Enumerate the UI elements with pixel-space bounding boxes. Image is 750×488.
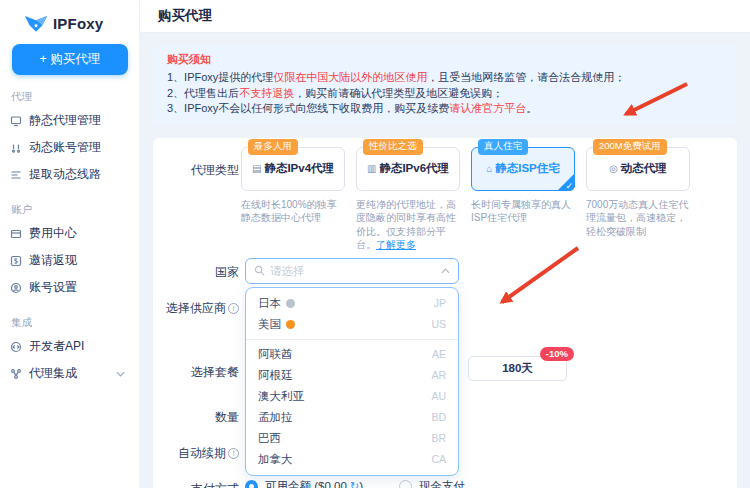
package-option-label: 180天 [502,361,533,376]
cash-radio-unselected[interactable] [399,480,412,488]
main-area: 购买代理 购买须知 1、IPFoxy提供的代理仅限在中国大陆以外的地区使用，且受… [140,0,750,488]
country-code: AE [432,348,446,360]
country-option-argentina[interactable]: 阿根廷 AR [246,365,458,386]
country-option-uae[interactable]: 阿联酋 AE [246,344,458,365]
invite-rebate-icon [10,255,22,267]
learn-more-link[interactable]: 了解更多 [376,239,416,250]
notice-text: 1、IPFoxy提供的代理 [167,71,273,83]
country-code: US [431,318,446,330]
hot-icon [286,320,295,329]
card-desc: 更纯净的代理地址，高度隐蔽的同时享有高性价比。仅支持部分平台。了解更多 [356,198,460,252]
page-title: 购买代理 [158,7,212,25]
integration-icon [10,368,22,380]
hot-icon [286,299,295,308]
logo-text: IPFoxy [53,15,103,32]
country-search-input[interactable] [270,265,436,277]
dynamic-icon: ◎ [609,163,618,174]
account-settings-icon [10,282,22,294]
developer-api-icon [10,341,22,353]
card-badge: 真人住宅 [478,139,528,155]
sidebar-item-invite-rebate[interactable]: 邀请返现 [0,247,139,274]
quantity-label: 数量 [153,409,239,426]
country-option-canada[interactable]: 加拿大 CA [246,449,458,470]
card-title: 静态IPv4代理 [264,161,334,176]
sidebar-item-extract-dynamic-lines[interactable]: 提取动态线路 [0,161,139,188]
supplier-label: 选择供应商! [153,300,239,317]
payment-row: 可用余额 ($0.00 ↻) 现金支付 [245,479,465,488]
balance-text: 可用余额 ($0.00 [265,480,347,488]
chevron-down-icon [116,371,125,377]
sidebar-item-account-settings[interactable]: 账号设置 [0,274,139,301]
card-title: 静态IPv6代理 [379,161,449,176]
country-option-bangladesh[interactable]: 孟加拉 BD [246,407,458,428]
refresh-icon[interactable]: ↻ [350,480,359,488]
notice-line: 1、IPFoxy提供的代理仅限在中国大陆以外的地区使用，且受当地网络监管，请合法… [167,70,723,86]
country-option-usa[interactable]: 美国 US [246,314,458,335]
sidebar-item-developer-api[interactable]: 开发者API [0,333,139,360]
country-name: 孟加拉 [258,410,293,425]
sidebar-item-billing-center[interactable]: 费用中心 [0,220,139,247]
card-dynamic-proxy[interactable]: 200M免费试用 ◎ 动态代理 [586,147,690,191]
country-code: BR [431,432,446,444]
balance-option-label: 可用余额 ($0.00 ↻) [265,479,363,488]
sidebar-item-label: 代理集成 [29,365,77,382]
home-icon: ⌂ [486,163,492,174]
supplier-label-text: 选择供应商 [166,301,226,315]
monitor-icon [10,115,22,127]
notice-line: 2、代理售出后不支持退换，购买前请确认代理类型及地区避免误购； [167,86,723,102]
logo: IPFoxy [0,0,139,33]
auto-renew-label: 自动续期! [153,445,239,462]
dropdown-divider [246,339,458,340]
country-option-japan[interactable]: 日本 JP [246,293,458,314]
country-name: 阿联酋 [258,347,293,362]
country-name: 阿根廷 [258,368,293,383]
sidebar-item-dynamic-account-management[interactable]: 动态账号管理 [0,134,139,161]
country-name: 日本 [258,296,281,311]
notice-text: ，且受当地网络监管，请合法合规使用； [427,71,625,83]
buy-proxy-button[interactable]: + 购买代理 [12,44,128,75]
sidebar-item-static-proxy-management[interactable]: 静态代理管理 [0,107,139,134]
notice-highlight: 请认准官方平台 [449,102,526,114]
notice-highlight: 不支持退换 [239,87,294,99]
card-badge: 200M免费试用 [593,139,667,155]
sidebar-item-label: 动态账号管理 [29,139,101,156]
nav-section-proxy: 代理 [11,90,139,104]
package-label: 选择套餐 [153,364,239,381]
content: 购买须知 1、IPFoxy提供的代理仅限在中国大陆以外的地区使用，且受当地网络监… [140,33,750,488]
chevron-up-icon [441,268,450,274]
notice-text: 3、IPFoxy不会以任何形式向您线下收取费用，购买及续费 [167,102,449,114]
package-180d-button[interactable]: 180天 -10% [468,356,567,381]
country-code: AR [431,369,446,381]
card-badge: 性价比之选 [363,139,423,155]
country-code: BD [431,411,446,423]
card-static-isp-selected[interactable]: 真人住宅 ⌂ 静态ISP住宅 ✓ [471,147,575,191]
card-desc: 在线时长100%的独享静态数据中心代理 [241,198,345,252]
country-dropdown: 日本 JP 美国 US 阿联酋 AE 阿根廷 AR [245,287,459,476]
card-desc: 长时间专属独享的真人ISP住宅代理 [471,198,575,252]
search-icon [254,265,265,276]
country-code: AU [431,390,446,402]
country-select[interactable] [245,258,459,284]
nav-section-account: 账户 [11,203,139,217]
purchase-form-card: 代理类型 最多人用 ▤ 静态IPv4代理 性价比之选 ▥ 静态IPv6代理 真人… [153,138,737,488]
notice-title: 购买须知 [167,52,723,67]
payment-label: 支付方式 [153,481,239,488]
notice-text: ，购买前请确认代理类型及地区避免误购； [294,87,503,99]
country-name: 澳大利亚 [258,389,304,404]
card-static-ipv4[interactable]: 最多人用 ▤ 静态IPv4代理 [241,147,345,191]
discount-badge: -10% [540,347,574,361]
ipv4-icon: ▤ [252,163,261,174]
sidebar-item-proxy-integration[interactable]: 代理集成 [0,360,139,387]
ipv6-icon: ▥ [367,163,376,174]
card-title: 动态代理 [621,161,667,176]
purchase-notice: 购买须知 1、IPFoxy提供的代理仅限在中国大陆以外的地区使用，且受当地网络监… [153,45,737,125]
sidebar-item-label: 静态代理管理 [29,112,101,129]
card-static-ipv6[interactable]: 性价比之选 ▥ 静态IPv6代理 [356,147,460,191]
country-option-australia[interactable]: 澳大利亚 AU [246,386,458,407]
sidebar-item-label: 提取动态线路 [29,166,101,183]
country-name: 巴西 [258,431,281,446]
balance-radio-selected[interactable] [245,480,258,488]
info-icon: ! [228,448,239,459]
country-option-brazil[interactable]: 巴西 BR [246,428,458,449]
lines-icon [10,169,22,181]
